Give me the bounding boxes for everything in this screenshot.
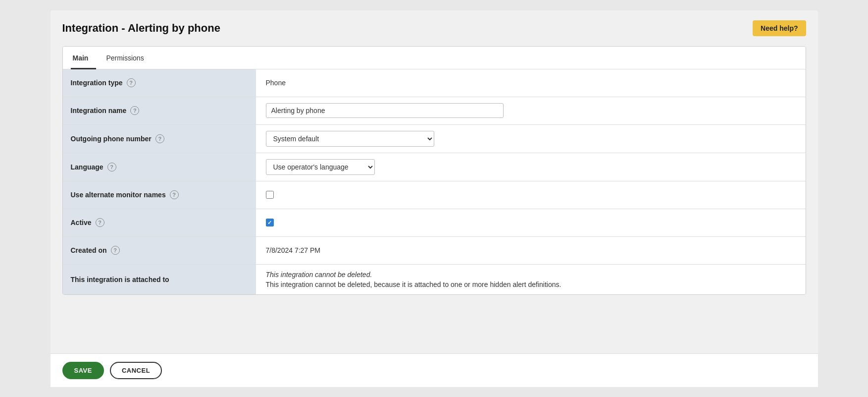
row-outgoing-phone: Outgoing phone number ? System default — [63, 125, 806, 153]
label-text-attached-to: This integration is attached to — [71, 276, 169, 284]
row-language: Language ? Use operator's language — [63, 153, 806, 181]
label-active: Active ? — [63, 209, 256, 236]
value-outgoing-phone: System default — [256, 125, 806, 153]
value-text-integration-type: Phone — [266, 79, 286, 87]
label-text-language: Language — [71, 163, 103, 171]
help-icon-active[interactable]: ? — [96, 218, 104, 227]
integration-name-input[interactable] — [266, 103, 504, 118]
page-title: Integration - Alerting by phone — [62, 22, 220, 35]
outgoing-phone-select[interactable]: System default — [266, 131, 434, 147]
help-icon-outgoing-phone[interactable]: ? — [155, 134, 164, 143]
row-attached-to: This integration is attached to This int… — [63, 265, 806, 294]
label-text-created-on: Created on — [71, 246, 107, 254]
help-icon-integration-name[interactable]: ? — [130, 106, 139, 115]
help-icon-alternate-monitor[interactable]: ? — [170, 190, 179, 199]
created-on-value: 7/8/2024 7:27 PM — [266, 246, 321, 254]
tabs-bar: Main Permissions — [63, 47, 806, 69]
label-language: Language ? — [63, 153, 256, 181]
help-icon-language[interactable]: ? — [107, 163, 116, 171]
label-attached-to: This integration is attached to — [63, 265, 256, 294]
label-text-integration-name: Integration name — [71, 107, 127, 114]
row-created-on: Created on ? 7/8/2024 7:27 PM — [63, 237, 806, 265]
value-alternate-monitor — [256, 181, 806, 209]
label-text-alternate-monitor: Use alternate monitor names — [71, 191, 166, 199]
alternate-monitor-checkbox[interactable] — [266, 191, 274, 199]
label-integration-type: Integration type ? — [63, 69, 256, 97]
value-integration-type: Phone — [256, 69, 806, 97]
form-body: Integration type ? Phone Integration nam… — [63, 69, 806, 294]
help-button[interactable]: Need help? — [753, 20, 806, 36]
cancel-button[interactable]: CANCEL — [110, 362, 162, 379]
label-created-on: Created on ? — [63, 237, 256, 264]
label-text-outgoing-phone: Outgoing phone number — [71, 135, 152, 143]
row-alternate-monitor: Use alternate monitor names ? — [63, 181, 806, 209]
value-integration-name — [256, 97, 806, 124]
page-header: Integration - Alerting by phone Need hel… — [62, 20, 806, 36]
row-integration-name: Integration name ? — [63, 97, 806, 125]
footer-bar: SAVE CANCEL — [51, 353, 818, 387]
attached-to-italic: This integration cannot be deleted. — [266, 271, 372, 279]
page-container: Integration - Alerting by phone Need hel… — [51, 10, 818, 387]
save-button[interactable]: SAVE — [62, 362, 104, 379]
value-active — [256, 209, 806, 236]
value-language: Use operator's language — [256, 153, 806, 181]
value-attached-to: This integration cannot be deleted. This… — [256, 265, 806, 294]
label-text-active: Active — [71, 219, 92, 227]
row-active: Active ? — [63, 209, 806, 237]
tab-main[interactable]: Main — [71, 47, 97, 69]
label-integration-name: Integration name ? — [63, 97, 256, 124]
value-created-on: 7/8/2024 7:27 PM — [256, 237, 806, 264]
tab-permissions[interactable]: Permissions — [104, 47, 152, 69]
label-alternate-monitor: Use alternate monitor names ? — [63, 181, 256, 209]
active-checkbox[interactable] — [266, 219, 274, 227]
row-integration-type: Integration type ? Phone — [63, 69, 806, 97]
label-outgoing-phone: Outgoing phone number ? — [63, 125, 256, 153]
label-text-integration-type: Integration type — [71, 79, 123, 87]
help-icon-created-on[interactable]: ? — [111, 246, 120, 255]
attached-to-normal: This integration cannot be deleted, beca… — [266, 281, 562, 288]
language-select[interactable]: Use operator's language — [266, 159, 375, 175]
help-icon-integration-type[interactable]: ? — [127, 78, 136, 87]
main-card: Main Permissions Integration type ? Phon… — [62, 46, 806, 295]
